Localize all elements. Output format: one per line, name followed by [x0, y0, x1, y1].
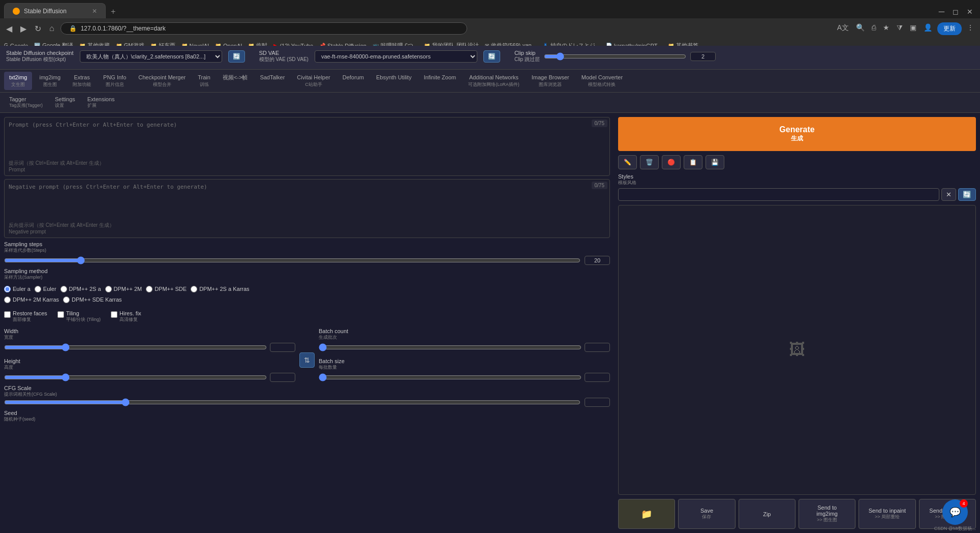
csdn-badge-inner: 💬 [950, 507, 961, 518]
tab-model-converter[interactable]: Model Converter 模型格式转换 [576, 72, 628, 90]
tab-img2img[interactable]: img2img 图生图 [34, 72, 66, 90]
menu-icon[interactable]: ⋮ [965, 22, 976, 35]
height-label: Height [4, 358, 295, 364]
active-tab[interactable]: Stable Diffusion ✕ [4, 3, 106, 18]
profile-icon[interactable]: 👤 [922, 22, 934, 35]
cfg-scale-slider[interactable] [4, 398, 580, 406]
vae-select[interactable]: vae-ft-mse-840000-ema-pruned.safetensors [315, 50, 477, 63]
swap-dimensions-button[interactable]: ⇅ [299, 352, 315, 368]
styles-input[interactable] [618, 188, 939, 201]
tiling-option[interactable]: Tiling 平铺/分块 (Tiling) [57, 310, 101, 323]
red-action-btn[interactable]: 🔴 [662, 155, 681, 169]
tab-close-btn[interactable]: ✕ [92, 8, 97, 15]
height-label-group: Height 高度 [4, 358, 295, 371]
clipboard-action-btn[interactable]: 📋 [684, 155, 702, 169]
prompt-count: 0/75 [592, 120, 607, 127]
update-button[interactable]: 更新 [937, 22, 962, 35]
neg-prompt-textarea[interactable] [5, 180, 609, 220]
sampler-euler[interactable]: Euler [35, 286, 56, 292]
send-img2img-btn[interactable]: Send to img2img >> 图生图 [799, 499, 855, 529]
tab-extras[interactable]: Extras 附加功能 [68, 72, 96, 90]
address-bar[interactable]: 🔒 127.0.0.1:7860/?__theme=dark [60, 22, 467, 35]
tab-image-browser[interactable]: Image Browser 图库浏览器 [527, 72, 574, 90]
sampler-dpm2m[interactable]: DPM++ 2M [105, 286, 142, 292]
clip-skip-value[interactable]: 2 [690, 52, 716, 61]
checkpoint-sub: Stable Diffusion 模型(ckpt) [6, 56, 74, 63]
options-checkboxes: Restore faces 面部修复 Tiling 平铺/分块 (Tiling)… [4, 308, 610, 325]
tab-additional-networks[interactable]: Additional Networks 可选附加网络(LoRA插件) [463, 72, 525, 90]
neg-prompt-count: 0/75 [592, 182, 607, 189]
zoom-icon[interactable]: 🔍 [854, 22, 867, 35]
forward-button[interactable]: ▶ [18, 24, 28, 34]
tab-train[interactable]: Train 训练 [193, 72, 216, 90]
tab-sadtalker[interactable]: SadTalker [255, 72, 290, 90]
width-slider[interactable] [4, 343, 267, 351]
sidebar-icon[interactable]: ▣ [908, 22, 918, 35]
styles-refresh-btn[interactable]: 🔄 [958, 188, 976, 201]
tab-civitai[interactable]: Civitai Helper C站助手 [292, 72, 335, 90]
checkpoint-select[interactable]: 欧美人物（真人）\clarity_2.safetensors [8a02...] [80, 50, 222, 63]
tab-checkpoint-merger[interactable]: Checkpoint Merger 模型合并 [133, 72, 191, 90]
zip-btn[interactable]: Zip [739, 499, 795, 529]
sec-tab-settings[interactable]: Settings 设置 [50, 95, 80, 110]
send-inpaint-btn[interactable]: Send to inpaint >> 局部重绘 [859, 499, 915, 529]
batch-size-slider[interactable] [319, 373, 581, 381]
neg-prompt-box: 0/75 反向提示词（按 Ctrl+Enter 或 Alt+Enter 生成） … [4, 179, 610, 238]
generate-button[interactable]: Generate 生成 [618, 117, 976, 151]
checkpoint-refresh-btn[interactable]: 🔄 [228, 50, 245, 63]
star-icon[interactable]: ★ [881, 22, 892, 35]
home-button[interactable]: ⌂ [47, 24, 56, 33]
hires-fix-option[interactable]: Hires. fix 高清修复 [111, 310, 141, 323]
clip-skip-slider[interactable] [544, 52, 686, 61]
edit-action-btn[interactable]: ✏️ [618, 155, 637, 169]
sampling-steps-slider[interactable] [4, 256, 580, 264]
tab-video-frames[interactable]: 视频<->帧 [218, 72, 253, 90]
sec-tab-extensions[interactable]: Extensions 扩展 [82, 95, 120, 110]
new-tab-button[interactable]: + [106, 5, 120, 18]
vae-refresh-btn[interactable]: 🔄 [483, 50, 500, 63]
save-btn[interactable]: Save 保存 [678, 499, 735, 529]
sampler-dpm2s-karras[interactable]: DPM++ 2S a Karras [191, 286, 249, 292]
sampler-dpmsde[interactable]: DPM++ SDE [146, 286, 187, 292]
tab-txt2img[interactable]: txt2img 文生图 [4, 72, 32, 90]
csdn-badge[interactable]: 💬 4 [942, 499, 968, 525]
batch-count-input[interactable]: 1 [585, 343, 610, 352]
close-btn[interactable]: ✕ [964, 8, 976, 16]
prompt-hint-en: Prompt [9, 167, 605, 172]
minimize-btn[interactable]: ─ [936, 7, 947, 16]
width-input[interactable]: 512 [270, 343, 295, 352]
browser-chrome: Stable Diffusion ✕ + ─ ◻ ✕ ◀ ▶ ↻ ⌂ 🔒 127… [0, 0, 980, 46]
cfg-scale-input[interactable]: 7 [585, 398, 610, 407]
trash-action-btn[interactable]: 🗑️ [640, 155, 659, 169]
height-input[interactable]: 512 [270, 373, 295, 382]
tab-deforum[interactable]: Deforum [338, 72, 369, 90]
sampling-steps-input[interactable]: 20 [585, 256, 610, 265]
back-button[interactable]: ◀ [4, 24, 14, 34]
sec-tab-tagger[interactable]: Tagger Tag反推(Tagger) [4, 95, 48, 110]
open-folder-btn[interactable]: 📁 [618, 499, 675, 529]
batch-count-slider[interactable] [319, 343, 581, 351]
tab-ebsynth[interactable]: Ebsynth Utility [371, 72, 417, 90]
reload-button[interactable]: ↻ [33, 24, 43, 34]
image-preview: 🖼 [618, 205, 976, 495]
prompt-textarea[interactable] [5, 117, 609, 158]
width-row: 512 [4, 343, 295, 352]
badge-count: 4 [960, 499, 968, 508]
translate-icon[interactable]: A文 [835, 22, 851, 35]
seed-sub: 随机种子(seed) [4, 416, 610, 423]
save-action-btn[interactable]: 💾 [706, 155, 724, 169]
batch-size-input[interactable]: 1 [585, 373, 610, 382]
screenshot-icon[interactable]: ⎙ [870, 22, 878, 35]
tab-infinite-zoom[interactable]: Infinite Zoom [419, 72, 462, 90]
restore-btn[interactable]: ◻ [950, 8, 962, 16]
tab-png-info[interactable]: PNG Info 图片信息 [98, 72, 131, 90]
sampler-dpm2s[interactable]: DPM++ 2S a [60, 286, 101, 292]
sampler-dpmsde-karras[interactable]: DPM++ SDE Karras [63, 297, 121, 303]
sampler-dpm2m-karras[interactable]: DPM++ 2M Karras [4, 297, 59, 303]
restore-faces-option[interactable]: Restore faces 面部修复 [4, 310, 47, 323]
right-panel: Generate 生成 ✏️ 🗑️ 🔴 📋 💾 Styles 模板风格 [614, 113, 980, 533]
height-slider[interactable] [4, 373, 267, 381]
sampler-euler-a[interactable]: Euler a [4, 286, 30, 292]
styles-clear-btn[interactable]: ✕ [941, 188, 956, 201]
extension-icon[interactable]: ⧩ [895, 22, 905, 35]
